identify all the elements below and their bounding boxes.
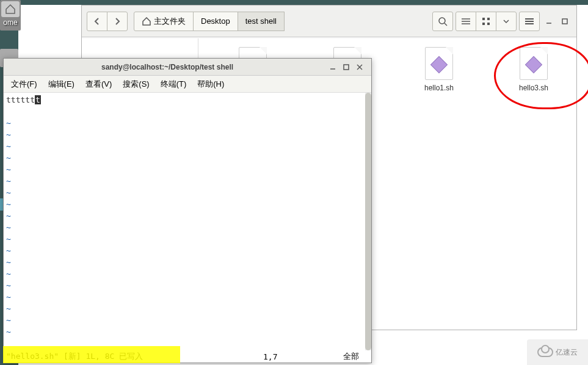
vim-tilde: ~: [6, 129, 363, 140]
term-maximize-button[interactable]: [339, 61, 353, 73]
maximize-icon: [562, 18, 568, 24]
cloud-icon: [537, 347, 553, 357]
terminal-menubar: 文件(F) 编辑(E) 查看(V) 搜索(S) 终端(T) 帮助(H): [4, 76, 371, 93]
home-icon: [142, 17, 151, 26]
menu-edit[interactable]: 编辑(E): [43, 76, 79, 92]
fm-toolbar: 主文件夹 Desktop test shell: [82, 5, 576, 37]
watermark: 亿速云: [527, 339, 588, 365]
fm-maximize-button[interactable]: [558, 15, 572, 27]
vim-status-right: 全部: [343, 351, 359, 362]
home-icon: [1, 1, 20, 17]
terminal-body[interactable]: ttttttt ~ ~ ~ ~ ~ ~ ~ ~ ~ ~ ~ ~ ~ ~ ~ ~ …: [4, 93, 365, 350]
svg-rect-13: [562, 19, 567, 24]
script-file-icon: [520, 47, 548, 80]
vim-tilde: ~: [6, 256, 363, 268]
vim-tilde: ~: [6, 198, 363, 210]
crumb-current[interactable]: test shell: [238, 12, 285, 31]
menu-help[interactable]: 帮助(H): [192, 76, 229, 92]
menu-view[interactable]: 查看(V): [81, 76, 117, 92]
vim-tilde: ~: [6, 222, 363, 233]
crumb-desktop[interactable]: Desktop: [193, 12, 238, 31]
vim-tilde: ~: [6, 245, 363, 256]
vim-tilde: ~: [6, 314, 363, 326]
vim-tilde: ~: [6, 291, 363, 303]
home-label: ome: [0, 18, 21, 27]
script-file-icon: [425, 47, 453, 80]
vim-tilde: ~: [6, 303, 363, 314]
nav-forward-button[interactable]: [107, 12, 128, 31]
minimize-icon: [330, 64, 336, 70]
list-icon: [462, 18, 470, 25]
search-icon: [438, 16, 448, 26]
vim-tilde: ~: [6, 326, 363, 338]
vim-status-message: "hello3.sh" [新] 1L, 8C 已写入: [6, 351, 143, 362]
view-buttons: [456, 12, 517, 31]
search-button[interactable]: [432, 12, 453, 31]
breadcrumb: 主文件夹 Desktop test shell: [134, 12, 285, 31]
menu-file[interactable]: 文件(F): [6, 76, 42, 92]
svg-point-0: [439, 18, 445, 24]
grid-view-button[interactable]: [476, 12, 496, 31]
list-view-button[interactable]: [456, 12, 476, 31]
hamburger-icon: [525, 18, 534, 25]
chevron-right-icon: [114, 17, 120, 26]
vim-cursor-pos: 1,7: [263, 352, 277, 361]
svg-line-1: [445, 23, 447, 26]
menu-terminal[interactable]: 终端(T): [156, 76, 192, 92]
watermark-text: 亿速云: [556, 347, 578, 358]
desktop-home-shortcut[interactable]: ome: [0, 0, 21, 31]
svg-rect-5: [482, 18, 485, 20]
menu-search[interactable]: 搜索(S): [118, 76, 154, 92]
vim-tilde: ~: [6, 280, 363, 291]
vim-tilde: ~: [6, 187, 363, 198]
term-close-button[interactable]: [353, 61, 366, 73]
desktop-background: [0, 0, 588, 5]
crumb-home-label: 主文件夹: [154, 16, 186, 27]
close-icon: [357, 64, 363, 70]
file-item-hello3[interactable]: hello3.sh: [503, 47, 564, 92]
term-minimize-button[interactable]: [326, 61, 339, 73]
vim-tilde: ~: [6, 233, 363, 245]
svg-rect-8: [487, 23, 490, 25]
view-dropdown-button[interactable]: [496, 12, 517, 31]
crumb-home[interactable]: 主文件夹: [134, 12, 194, 31]
vim-empty: [6, 106, 363, 117]
vim-tilde: ~: [6, 140, 363, 152]
file-item-hello1[interactable]: hello1.sh: [408, 47, 470, 92]
svg-rect-6: [487, 18, 490, 20]
chevron-down-icon: [503, 19, 510, 24]
fm-minimize-button[interactable]: [542, 15, 556, 27]
hamburger-button[interactable]: [519, 12, 540, 31]
grid-icon: [482, 17, 490, 26]
svg-rect-7: [482, 23, 485, 25]
terminal-scrollbar[interactable]: [365, 93, 371, 350]
terminal-titlebar[interactable]: sandy@localhost:~/Desktop/test shell: [4, 59, 371, 76]
vim-tilde: ~: [6, 152, 363, 164]
vim-tilde: ~: [6, 117, 363, 129]
terminal-window: sandy@localhost:~/Desktop/test shell 文件(…: [3, 58, 372, 363]
vim-tilde: ~: [6, 268, 363, 280]
vim-cursor: t: [35, 95, 41, 104]
scrollbar-thumb[interactable]: [365, 93, 371, 350]
nav-back-button[interactable]: [87, 12, 107, 31]
vim-tilde: ~: [6, 175, 363, 187]
nav-buttons: [87, 12, 128, 31]
maximize-icon: [343, 64, 349, 70]
file-label: hello1.sh: [408, 84, 470, 92]
file-label: hello3.sh: [503, 84, 564, 92]
crumb-current-label: test shell: [245, 16, 277, 26]
minimize-icon: [546, 18, 552, 24]
vim-tilde: ~: [6, 210, 363, 222]
vim-content-line: ttttttt: [6, 94, 363, 106]
terminal-title: sandy@localhost:~/Desktop/test shell: [9, 63, 326, 71]
svg-rect-15: [344, 65, 349, 70]
vim-tilde: ~: [6, 164, 363, 175]
crumb-desktop-label: Desktop: [201, 16, 230, 26]
vim-status-line: "hello3.sh" [新] 1L, 8C 已写入 1,7 全部: [4, 350, 371, 363]
chevron-left-icon: [94, 17, 100, 26]
